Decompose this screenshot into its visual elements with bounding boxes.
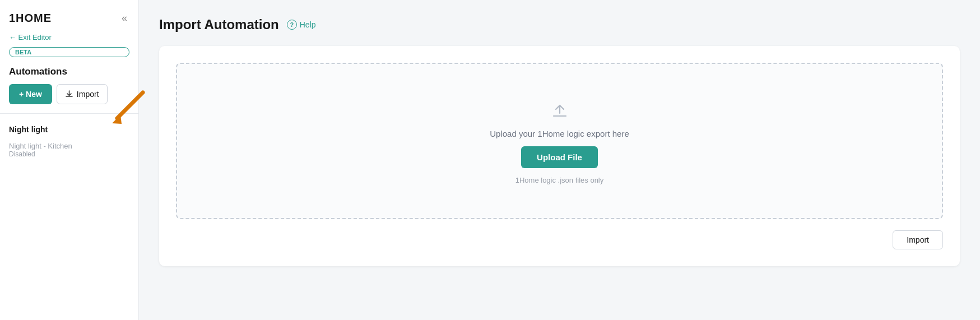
drop-zone-text: Upload your 1Home logic export here (490, 129, 629, 138)
import-button-label: Import (77, 90, 99, 99)
sidebar-header: 1HOME « (0, 0, 138, 33)
upload-icon (548, 98, 572, 121)
new-button[interactable]: + New (9, 84, 52, 104)
import-icon (65, 90, 73, 99)
collapse-icon: « (122, 12, 127, 24)
exit-editor-link[interactable]: ← Exit Editor (0, 33, 138, 47)
page-title: Import Automation (159, 17, 279, 33)
card-footer: Import (176, 230, 943, 249)
import-final-button[interactable]: Import (893, 230, 943, 249)
sidebar: 1HOME « ← Exit Editor BETA Automations +… (0, 0, 139, 320)
sub-item-name: Night light - Kitchen (9, 142, 129, 150)
sidebar-divider (0, 113, 138, 114)
drop-zone[interactable]: Upload your 1Home logic export here Uplo… (176, 63, 943, 219)
automation-group-night-light[interactable]: Night light (0, 120, 138, 138)
main-content: Import Automation ? Help Upload your 1Ho… (139, 0, 980, 320)
help-label: Help (300, 20, 316, 29)
exit-editor-label: ← Exit Editor (9, 33, 52, 41)
automations-title: Automations (0, 64, 138, 84)
logo: 1HOME (9, 12, 52, 25)
action-buttons: + New Import (0, 84, 138, 113)
help-icon: ? (287, 20, 297, 30)
upload-card: Upload your 1Home logic export here Uplo… (159, 46, 960, 266)
collapse-button[interactable]: « (119, 10, 129, 26)
beta-badge: BETA (9, 47, 129, 57)
upload-hint: 1Home logic .json files only (515, 176, 604, 184)
upload-file-button[interactable]: Upload File (521, 146, 598, 168)
sub-item-status: Disabled (9, 150, 129, 158)
group-name: Night light (9, 125, 129, 134)
automation-sub-night-light-kitchen[interactable]: Night light - Kitchen Disabled (0, 138, 138, 160)
page-header: Import Automation ? Help (159, 17, 960, 33)
import-button[interactable]: Import (57, 84, 108, 104)
upload-icon-wrap (548, 98, 572, 121)
help-link[interactable]: ? Help (287, 20, 316, 30)
